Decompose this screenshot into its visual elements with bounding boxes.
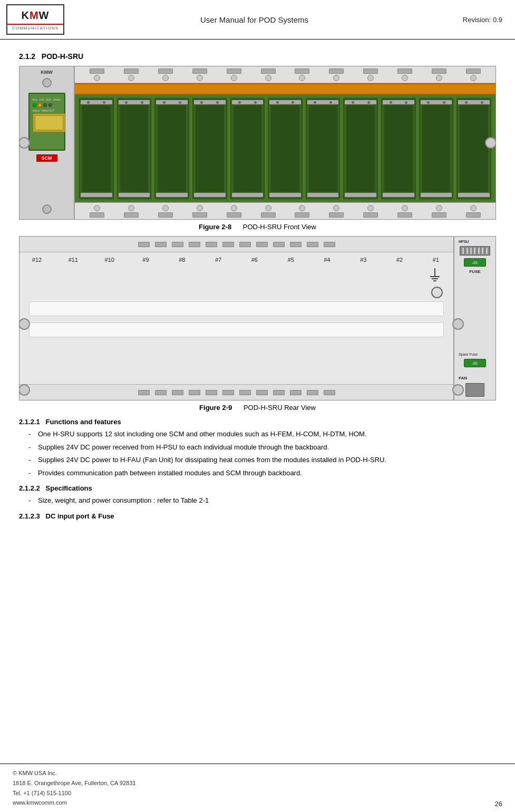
- slot-bottom-2: [124, 205, 139, 218]
- rv-bot-conn-2: [155, 390, 167, 395]
- rv-slot-labels: #12 #11 #10 #9 #8 #7 #6 #5 #4 #3 #2 #1: [20, 252, 453, 263]
- connector-11: [432, 69, 446, 74]
- rv-slot-1: #1: [428, 257, 444, 263]
- rv-middle-area: #12 #11 #10 #9 #8 #7 #6 #5 #4 #3 #2 #1: [20, 252, 453, 384]
- rv-slot-5: #5: [283, 257, 299, 263]
- rv-slot-3: #3: [355, 257, 371, 263]
- rv-bottom-connectors: [138, 390, 335, 395]
- bottom-knob: [42, 204, 52, 214]
- rv-slot-12: #12: [29, 257, 45, 263]
- rv-top-connectors: [138, 242, 335, 247]
- scm-green-box: RunLnKALRReset GNCUWAN OUT: [28, 93, 65, 151]
- connector-10: [397, 69, 412, 74]
- ground-area: [20, 267, 453, 298]
- module-10: [419, 98, 454, 199]
- rv-top-strip: [20, 237, 453, 252]
- circle-3: [162, 75, 169, 81]
- module-2-top: [119, 100, 150, 104]
- fan-label: FAN: [459, 376, 467, 380]
- rv-right-handle-circle-bottom: [452, 384, 464, 396]
- module-11-bottom: [458, 193, 490, 197]
- module-6-top: [269, 100, 301, 104]
- slot-top-4: [192, 69, 207, 81]
- circle-6: [265, 75, 271, 81]
- rv-bot-conn-6: [222, 390, 234, 395]
- led-area: RunLnKALRReset GNCUWAN OUT: [30, 94, 64, 135]
- rv-top-conn-1: [138, 242, 150, 247]
- led-reset: [48, 103, 52, 107]
- rv-right-handle-circle-top: [452, 318, 464, 330]
- connector-5: [227, 69, 241, 74]
- rv-bot-conn-3: [172, 390, 183, 395]
- circle-5: [231, 75, 237, 81]
- module-1-bottom: [81, 193, 112, 197]
- logo-comm: COMMUNICATIONS: [12, 26, 59, 31]
- rv-slot-8: #8: [174, 257, 190, 263]
- module-2-bottom: [119, 193, 150, 197]
- connector-6: [261, 69, 276, 74]
- fan-connector: [465, 383, 484, 397]
- rv-top-conn-7: [239, 242, 251, 247]
- rv-top-conn-10: [290, 242, 302, 247]
- module-3-top: [156, 100, 188, 104]
- rv-slot-4: #4: [319, 257, 335, 263]
- bullet-2122-1: - Size, weight, and power consumption : …: [28, 495, 496, 506]
- connector-3: [158, 69, 173, 74]
- led-lnk: [38, 103, 42, 107]
- front-view-diagram: KMW RunLnKALRReset: [20, 66, 495, 219]
- connector-4: [192, 69, 207, 74]
- slot-top-5: [227, 69, 241, 81]
- module-4-top: [194, 100, 226, 104]
- circle-12: [470, 75, 477, 81]
- page-footer: © KMW USA Inc. 1818 E. Orangethrope Ave,…: [0, 764, 515, 812]
- module-10-top: [421, 100, 452, 104]
- module-3: [154, 98, 189, 199]
- module-4-body: [196, 105, 224, 192]
- slot-bottom-6: [261, 205, 276, 218]
- logo-w: W: [39, 9, 50, 22]
- module-10-bottom: [421, 193, 452, 197]
- board-inner: [35, 115, 63, 130]
- slot-bottom-3: [158, 205, 173, 218]
- slot-top-10: [397, 69, 412, 81]
- rv-bottom-strip: [20, 384, 453, 400]
- ground-symbol-area: [427, 267, 443, 285]
- connector-9: [363, 69, 378, 74]
- spare-fuse-button: -30:: [464, 359, 486, 367]
- logo-line: [7, 24, 63, 25]
- slot-bottom-4: [192, 205, 207, 218]
- circle-1: [94, 75, 100, 81]
- module-1-body: [82, 105, 111, 192]
- rv-top-conn-4: [189, 242, 200, 247]
- rv-top-conn-2: [155, 242, 167, 247]
- slot-bottom-7: [295, 205, 309, 218]
- scm-label: SCM: [36, 154, 57, 162]
- left-handle: [19, 137, 30, 149]
- rv-bot-conn-4: [189, 390, 200, 395]
- slot-top-11: [432, 69, 446, 81]
- fuse-label: FUSE: [469, 269, 480, 274]
- rv-bot-conn-10: [290, 390, 302, 395]
- page-header: K M W COMMUNICATIONS User Manual for POD…: [0, 0, 515, 40]
- module-3-body: [158, 105, 186, 192]
- rv-bot-conn-1: [138, 390, 150, 395]
- rv-top-conn-11: [307, 242, 318, 247]
- figure-front-view: KMW RunLnKALRReset: [19, 66, 496, 220]
- module-7-body: [309, 105, 337, 192]
- module-5: [230, 98, 265, 199]
- rv-left-handle-circle: [19, 318, 30, 330]
- module-1-top: [81, 100, 112, 104]
- led-labels: RunLnKALRReset: [33, 98, 61, 101]
- module-8: [343, 98, 378, 199]
- slot-bottom-11: [432, 205, 446, 218]
- bullet-2121-3: - Supplies 24V DC power to H-FAU (Fan Un…: [28, 455, 496, 465]
- small-kmw-label: KMW: [41, 70, 53, 75]
- module-9-body: [384, 105, 413, 192]
- subsection-2122-heading: 2.1.2.2 Specifications: [19, 484, 496, 492]
- bottom-connectors-row: [75, 202, 495, 219]
- rv-top-conn-8: [256, 242, 268, 247]
- logo-m: M: [30, 9, 39, 22]
- module-2: [117, 98, 152, 199]
- module-10-body: [422, 105, 451, 192]
- circle-8: [333, 75, 339, 81]
